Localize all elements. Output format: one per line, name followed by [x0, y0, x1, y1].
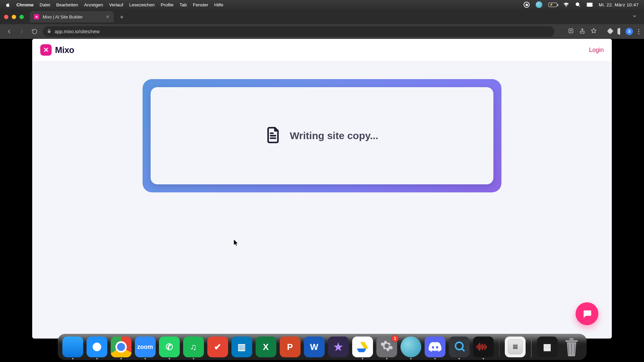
dock-app-zoom[interactable]: zoom — [135, 337, 156, 357]
dock-app-settings[interactable]: 1 — [376, 337, 397, 357]
menubar-item-fenster[interactable]: Fenster — [193, 2, 208, 7]
dock-app-word[interactable]: W — [304, 337, 325, 357]
dock: zoom✆♫✔▥XPW★1 🖼 ▦ — [0, 334, 644, 360]
new-tab-button[interactable]: ＋ — [117, 12, 126, 21]
dock-app-whatsapp[interactable]: ✆ — [159, 337, 180, 357]
dock-app-finder[interactable] — [62, 337, 83, 357]
apple-logo-icon[interactable] — [5, 2, 10, 7]
brand[interactable]: ✕ Mixo — [40, 44, 74, 56]
spotlight-search-icon[interactable] — [575, 2, 581, 7]
browser-tabbar: Mixo | AI Site Builder ✕ ＋ — [0, 9, 644, 24]
back-button[interactable] — [5, 27, 13, 36]
document-icon — [266, 126, 280, 145]
dock-badge: 1 — [392, 335, 398, 342]
address-bar[interactable]: app.mixo.io/sites/new — [43, 26, 554, 37]
menubar-item-datei[interactable]: Datei — [40, 2, 50, 7]
svg-point-4 — [587, 3, 588, 4]
dock-app-trello[interactable]: ▥ — [231, 337, 252, 357]
chrome-menu-button[interactable] — [638, 29, 639, 34]
window-traffic-lights — [4, 15, 24, 19]
browser-toolbar: app.mixo.io/sites/new S — [0, 24, 644, 39]
dock-app-imovie[interactable]: ★ — [328, 337, 349, 357]
menubar-item-hilfe[interactable]: Hilfe — [214, 2, 223, 7]
wifi-icon[interactable] — [563, 2, 569, 7]
bookmark-star-icon[interactable] — [591, 28, 597, 35]
menubar-item-anzeigen[interactable]: Anzeigen — [84, 2, 103, 7]
dock-app-trash[interactable] — [561, 337, 582, 357]
dock-app-spotify[interactable]: ♫ — [183, 337, 204, 357]
status-text: Writing site copy... — [290, 130, 378, 141]
menubar-app-icon[interactable] — [536, 1, 542, 8]
dock-app-quicktime[interactable] — [449, 337, 470, 357]
svg-point-0 — [566, 6, 567, 7]
reload-button[interactable] — [30, 27, 39, 36]
gradient-frame: Writing site copy... — [143, 79, 501, 192]
status-card: Writing site copy... — [151, 87, 493, 184]
window-minimize-button[interactable] — [12, 15, 16, 19]
brand-name: Mixo — [55, 45, 74, 55]
extensions-button[interactable] — [607, 28, 613, 35]
dock-app-preview[interactable]: 🖼 — [505, 337, 526, 357]
dock-app-blueorb[interactable] — [400, 337, 421, 357]
dock-app-discord[interactable] — [425, 337, 445, 357]
dock-app-safari[interactable] — [87, 337, 107, 357]
dock-separator — [499, 339, 500, 357]
macos-menubar: Chrome Datei Bearbeiten Anzeigen Verlauf… — [0, 0, 644, 9]
side-panel-button[interactable] — [619, 28, 620, 35]
login-link[interactable]: Login — [589, 47, 604, 54]
record-indicator-icon[interactable] — [524, 2, 530, 8]
dock-app-chrome[interactable] — [111, 337, 131, 357]
dock-app-excel[interactable]: X — [256, 337, 276, 357]
forward-button[interactable] — [17, 27, 26, 36]
loading-panel: Writing site copy... — [32, 79, 612, 192]
dock-app-powerpoint[interactable]: P — [280, 337, 301, 357]
install-app-icon[interactable] — [568, 28, 574, 35]
profile-avatar[interactable]: S — [626, 28, 633, 35]
window-maximize-button[interactable] — [19, 15, 24, 19]
menubar-app-name[interactable]: Chrome — [16, 2, 34, 7]
control-center-icon[interactable] — [587, 3, 593, 7]
dock-app-missioncontrol[interactable]: ▦ — [537, 337, 558, 357]
tab-favicon-icon — [34, 14, 39, 19]
menubar-item-bearbeiten[interactable]: Bearbeiten — [56, 2, 78, 7]
brand-logo-icon: ✕ — [40, 44, 52, 56]
menubar-item-lesezeichen[interactable]: Lesezeichen — [129, 2, 155, 7]
menubar-item-profile[interactable]: Profile — [161, 2, 173, 7]
menubar-clock[interactable]: Mi. 22. März 10:47 — [599, 2, 639, 7]
lock-icon — [47, 29, 51, 34]
menubar-item-verlauf[interactable]: Verlauf — [109, 2, 123, 7]
page-header: ✕ Mixo Login — [32, 39, 612, 61]
window-close-button[interactable] — [4, 15, 8, 19]
tab-close-button[interactable]: ✕ — [106, 14, 110, 19]
page-viewport: ✕ Mixo Login Writing site copy... — [32, 39, 612, 339]
menubar-item-tab[interactable]: Tab — [179, 2, 187, 7]
tabs-dropdown-button[interactable] — [632, 13, 637, 20]
share-icon[interactable] — [579, 28, 585, 35]
dock-app-voicememos[interactable] — [473, 337, 494, 357]
chat-fab-button[interactable] — [576, 302, 598, 325]
url-text: app.mixo.io/sites/new — [55, 29, 100, 34]
battery-icon[interactable]: ⚡ — [548, 3, 557, 7]
browser-tab[interactable]: Mixo | AI Site Builder ✕ — [30, 11, 114, 22]
svg-point-1 — [576, 3, 579, 6]
dock-app-todoist[interactable]: ✔ — [207, 337, 228, 357]
dock-app-drive[interactable] — [352, 337, 373, 357]
svg-point-5 — [591, 5, 592, 6]
tab-title: Mixo | AI Site Builder — [43, 14, 102, 19]
dock-separator — [531, 339, 532, 357]
